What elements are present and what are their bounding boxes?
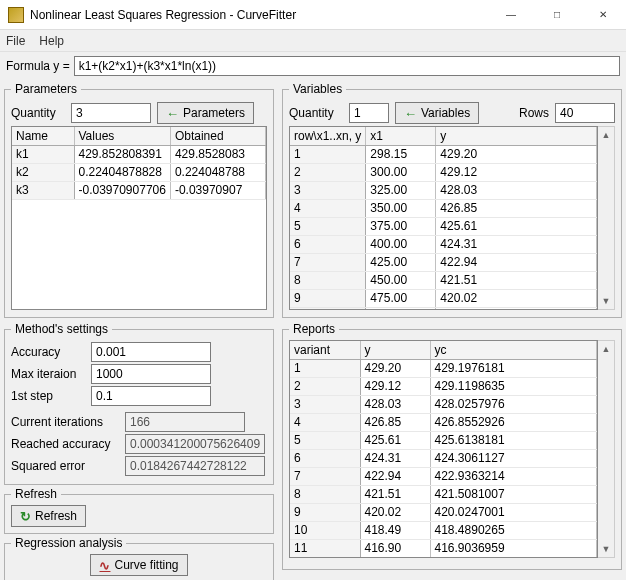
maximize-button[interactable]: □ xyxy=(534,0,580,30)
variables-group: Variables Quantity Variables Rows row\x1… xyxy=(282,82,622,318)
reports-table[interactable]: variant y yc 1429.20429.1976181 2429.124… xyxy=(289,340,598,558)
variables-scrollbar[interactable]: ▲ ▼ xyxy=(598,126,615,310)
curve-fit-icon xyxy=(99,558,110,573)
parameters-table[interactable]: Name Values Obtained k1429.852808391429.… xyxy=(11,126,267,310)
curve-fitting-button[interactable]: Curve fitting xyxy=(90,554,187,576)
sqerr-field xyxy=(125,456,265,476)
var-col-y[interactable]: y xyxy=(436,127,597,145)
reports-scrollbar[interactable]: ▲ ▼ xyxy=(598,340,615,558)
parameters-legend: Parameters xyxy=(11,82,81,96)
variables-table[interactable]: row\x1..xn, y x1 y 1298.15429.20 2300.00… xyxy=(289,126,598,310)
table-row: 2300.00429.12 xyxy=(290,163,597,181)
refresh-button[interactable]: Refresh xyxy=(11,505,86,527)
step-label: 1st step xyxy=(11,389,85,403)
table-row: 5425.61425.6138181 xyxy=(290,431,597,449)
accuracy-input[interactable] xyxy=(91,342,211,362)
table-row: 6424.31424.3061127 xyxy=(290,449,597,467)
reached-field xyxy=(125,434,265,454)
param-col-values[interactable]: Values xyxy=(74,127,170,145)
param-col-name[interactable]: Name xyxy=(12,127,74,145)
window-title: Nonlinear Least Squares Regression - Cur… xyxy=(30,8,296,22)
parameters-group: Parameters Quantity Parameters Name Valu… xyxy=(4,82,274,318)
table-row: 4426.85426.8552926 xyxy=(290,413,597,431)
variables-button[interactable]: Variables xyxy=(395,102,479,124)
variables-button-label: Variables xyxy=(421,106,470,120)
table-row: 3325.00428.03 xyxy=(290,181,597,199)
rep-col-yc[interactable]: yc xyxy=(430,341,597,359)
menu-help[interactable]: Help xyxy=(39,34,64,48)
curiter-field xyxy=(125,412,245,432)
parameters-button[interactable]: Parameters xyxy=(157,102,254,124)
table-row: 10418.49418.4890265 xyxy=(290,521,597,539)
refresh-group: Refresh Refresh xyxy=(4,487,274,534)
method-legend: Method's settings xyxy=(11,322,112,336)
reports-group: Reports variant y yc 1429.20429.1976181 … xyxy=(282,322,622,570)
param-quantity-input[interactable] xyxy=(71,103,151,123)
table-row: 8450.00421.51 xyxy=(290,271,597,289)
rep-col-y[interactable]: y xyxy=(360,341,430,359)
table-row: 11416.90416.9036959 xyxy=(290,539,597,557)
title-bar: Nonlinear Least Squares Regression - Cur… xyxy=(0,0,626,30)
refresh-button-label: Refresh xyxy=(35,509,77,523)
param-quantity-label: Quantity xyxy=(11,106,65,120)
table-row: 1298.15429.20 xyxy=(290,145,597,163)
table-row: 5375.00425.61 xyxy=(290,217,597,235)
formula-row: Formula y = xyxy=(0,52,626,80)
maxiter-label: Max iteraion xyxy=(11,367,85,381)
param-col-obtained[interactable]: Obtained xyxy=(170,127,265,145)
sqerr-label: Squared error xyxy=(11,459,119,473)
curve-fitting-label: Curve fitting xyxy=(114,558,178,572)
table-row: 6400.00424.31 xyxy=(290,235,597,253)
minimize-button[interactable]: — xyxy=(488,0,534,30)
app-icon xyxy=(8,7,24,23)
arrow-left-icon xyxy=(166,106,179,121)
scroll-down-icon[interactable]: ▼ xyxy=(598,293,614,309)
parameters-button-label: Parameters xyxy=(183,106,245,120)
menu-bar: File Help xyxy=(0,30,626,52)
curiter-label: Current iterations xyxy=(11,415,119,429)
table-row: 9420.02420.0247001 xyxy=(290,503,597,521)
table-row: 8421.51421.5081007 xyxy=(290,485,597,503)
formula-label: Formula y = xyxy=(6,59,70,73)
regression-group: Regression analysis Curve fitting xyxy=(4,536,274,580)
scroll-down-icon[interactable]: ▼ xyxy=(598,541,614,557)
var-quantity-input[interactable] xyxy=(349,103,389,123)
arrow-left-icon xyxy=(404,106,417,121)
table-row: k20.224048788280.224048788 xyxy=(12,163,266,181)
scroll-up-icon[interactable]: ▲ xyxy=(598,127,614,143)
table-row: 3428.03428.0257976 xyxy=(290,395,597,413)
rows-input[interactable] xyxy=(555,103,615,123)
step-input[interactable] xyxy=(91,386,211,406)
method-group: Method's settings Accuracy Max iteraion … xyxy=(4,322,274,485)
table-row: 10500.00418.49 xyxy=(290,307,597,310)
var-col-row[interactable]: row\x1..xn, y xyxy=(290,127,366,145)
rows-label: Rows xyxy=(519,106,549,120)
table-row: 1429.20429.1976181 xyxy=(290,359,597,377)
maxiter-input[interactable] xyxy=(91,364,211,384)
accuracy-label: Accuracy xyxy=(11,345,85,359)
regression-legend: Regression analysis xyxy=(11,536,126,550)
close-button[interactable]: ✕ xyxy=(580,0,626,30)
refresh-icon xyxy=(20,509,31,524)
table-row: k1429.852808391429.8528083 xyxy=(12,145,266,163)
table-row: 2429.12429.1198635 xyxy=(290,377,597,395)
var-quantity-label: Quantity xyxy=(289,106,343,120)
variables-legend: Variables xyxy=(289,82,346,96)
refresh-legend: Refresh xyxy=(11,487,61,501)
table-row: k3-0.03970907706-0.03970907 xyxy=(12,181,266,199)
menu-file[interactable]: File xyxy=(6,34,25,48)
table-row: 7422.94422.9363214 xyxy=(290,467,597,485)
formula-input[interactable] xyxy=(74,56,620,76)
rep-col-variant[interactable]: variant xyxy=(290,341,360,359)
reports-legend: Reports xyxy=(289,322,339,336)
scroll-up-icon[interactable]: ▲ xyxy=(598,341,614,357)
var-col-x1[interactable]: x1 xyxy=(366,127,436,145)
table-row: 4350.00426.85 xyxy=(290,199,597,217)
reached-label: Reached accuracy xyxy=(11,437,119,451)
table-row: 9475.00420.02 xyxy=(290,289,597,307)
table-row: 7425.00422.94 xyxy=(290,253,597,271)
